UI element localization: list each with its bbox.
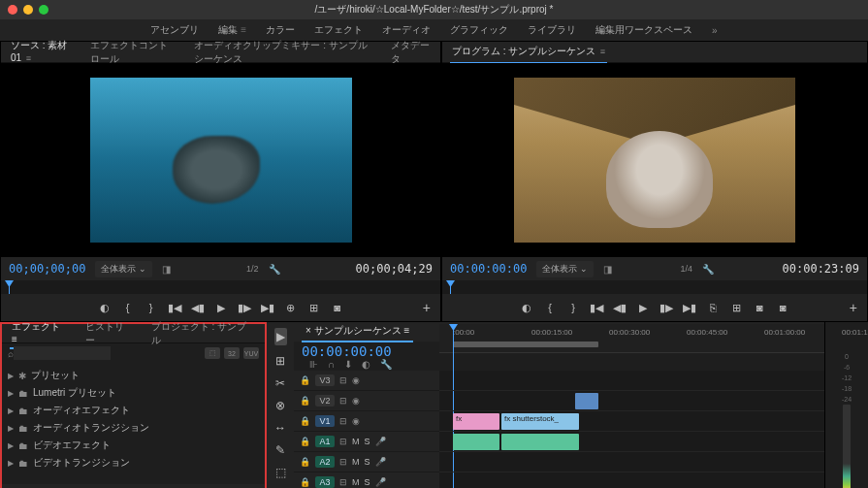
timeline-tracks[interactable]: :00:00 00:00:15:00 00:00:30:00 00:00:45:… [439, 371, 824, 488]
tab-project[interactable]: プロジェクト : サンプル [149, 317, 257, 350]
export-frame-icon[interactable]: ◙ [753, 302, 766, 313]
track-a3[interactable]: 🔒A3⊟MS🎤 [294, 472, 439, 488]
step-back-icon[interactable]: ◀▮ [191, 302, 205, 314]
step-back-icon[interactable]: ◀▮ [613, 302, 627, 314]
goto-in-icon[interactable]: ▮◀ [168, 302, 181, 314]
track-a2[interactable]: 🔒A2⊟MS🎤 [294, 452, 439, 472]
source-out-timecode[interactable]: 00;00;04;29 [356, 262, 433, 276]
time-ruler[interactable]: :00:00 00:00:15:00 00:00:30:00 00:00:45:… [439, 324, 824, 353]
goto-in-icon[interactable]: ▮◀ [590, 302, 603, 314]
toggle-output-icon[interactable]: ⊟ [339, 375, 347, 385]
clip-v1-pink[interactable]: fx [453, 413, 499, 430]
lock-icon[interactable]: 🔒 [300, 437, 310, 446]
track-select-tool[interactable]: ⊞ [275, 354, 285, 368]
settings-icon[interactable]: 🔧 [702, 264, 714, 275]
ws-graphics[interactable]: グラフィック [450, 23, 508, 37]
tab-history[interactable]: ヒストリー [83, 317, 136, 350]
tree-item-presets[interactable]: ▶✱プリセット [8, 367, 259, 384]
mic-icon[interactable]: 🎤 [375, 437, 386, 446]
insert-icon[interactable]: ⊕ [284, 302, 298, 314]
zoom-lock-icon[interactable]: ◨ [162, 264, 171, 275]
clip-a1-2[interactable] [501, 434, 579, 450]
lock-icon[interactable]: 🔒 [300, 477, 310, 487]
timeline-timecode[interactable]: 00:00:00:00 [302, 343, 400, 359]
button-editor-icon[interactable]: + [850, 300, 857, 315]
program-resolution[interactable]: 1/4 [681, 264, 693, 274]
ws-editws[interactable]: 編集用ワークスペース [595, 23, 692, 37]
slip-tool[interactable]: ↔ [274, 421, 286, 435]
source-playhead[interactable] [9, 280, 10, 294]
button-editor-icon[interactable]: + [423, 300, 431, 315]
hand-tool[interactable]: ⬚ [275, 466, 286, 479]
mic-icon[interactable]: 🎤 [375, 457, 386, 467]
goto-out-icon[interactable]: ▶▮ [261, 302, 274, 314]
marker-icon[interactable]: ◐ [520, 302, 533, 314]
lock-icon[interactable]: 🔒 [300, 416, 310, 426]
panel-menu-icon[interactable]: ≡ [597, 47, 605, 56]
tree-item-audio-trans[interactable]: ▶🖿オーディオトランジション [8, 419, 259, 437]
mark-out-icon[interactable]: } [145, 302, 158, 313]
toggle-output-icon[interactable]: ⊟ [339, 437, 347, 446]
program-preview[interactable] [442, 63, 867, 257]
mark-in-icon[interactable]: { [121, 302, 135, 313]
track-v2[interactable]: 🔒V2⊟◉ [294, 391, 439, 411]
source-in-timecode[interactable]: 00;00;00;00 [9, 262, 85, 276]
tree-item-video-trans[interactable]: ▶🖿ビデオトランジション [8, 454, 259, 472]
mark-in-icon[interactable]: { [543, 302, 557, 313]
program-scrubber[interactable] [442, 280, 867, 294]
mark-out-icon[interactable]: } [566, 302, 580, 313]
program-out-timecode[interactable]: 00:00:23:09 [783, 262, 859, 276]
toggle-output-icon[interactable]: ⊟ [339, 416, 347, 426]
ws-library[interactable]: ライブラリ [528, 23, 576, 37]
source-resolution[interactable]: 1/2 [246, 264, 259, 274]
export-frame-icon[interactable]: ◙ [331, 302, 344, 313]
marker-icon[interactable]: ◐ [98, 302, 112, 314]
yuv-badge[interactable]: YUV [243, 347, 259, 359]
overwrite-icon[interactable]: ⊞ [307, 302, 321, 314]
toggle-output-icon[interactable]: ⊟ [339, 457, 347, 467]
clip-v2[interactable] [575, 393, 598, 409]
track-a1[interactable]: 🔒A1⊟MS🎤 [294, 432, 439, 452]
32bit-badge[interactable]: 32 [224, 347, 240, 359]
tree-item-audio-fx[interactable]: ▶🖿オーディオエフェクト [8, 402, 259, 419]
tree-item-lumetri[interactable]: ▶🖿Lumetri プリセット [8, 384, 259, 402]
step-fwd-icon[interactable]: ▮▶ [659, 302, 673, 314]
ripple-tool[interactable]: ✂ [275, 376, 285, 390]
comparison-icon[interactable]: ◙ [776, 302, 789, 313]
tab-program[interactable]: プログラム : サンプルシーケンス ≡ [450, 41, 607, 64]
eye-icon[interactable]: ◉ [352, 416, 360, 426]
lock-icon[interactable]: 🔒 [300, 396, 310, 406]
extract-icon[interactable]: ⊞ [729, 302, 743, 314]
ws-overflow-icon[interactable]: » [712, 25, 718, 36]
source-preview[interactable] [1, 63, 440, 257]
clip-a1-1[interactable] [453, 434, 499, 450]
eye-icon[interactable]: ◉ [352, 375, 360, 385]
track-v1[interactable]: 🔒V1⊟◉ [294, 411, 439, 432]
settings-icon[interactable]: 🔧 [269, 264, 280, 275]
selection-tool[interactable]: ▶ [274, 328, 287, 345]
lock-icon[interactable]: 🔒 [300, 457, 310, 467]
mic-icon[interactable]: 🎤 [375, 477, 386, 487]
razor-tool[interactable]: ⊗ [275, 399, 285, 412]
program-zoom-select[interactable]: 全体表示 ⌄ [536, 261, 594, 277]
work-area-bar[interactable] [453, 342, 598, 347]
eye-icon[interactable]: ◉ [352, 396, 360, 406]
timeline-tab[interactable]: × サンプルシーケンス ≡ [302, 321, 413, 342]
toggle-output-icon[interactable]: ⊟ [339, 396, 347, 406]
tab-effects[interactable]: エフェクト ≡ [10, 317, 70, 349]
play-icon[interactable]: ▶ [214, 302, 228, 314]
goto-out-icon[interactable]: ▶▮ [683, 302, 696, 314]
lift-icon[interactable]: ⎘ [706, 302, 720, 313]
accel-badge[interactable]: ⬚ [205, 347, 220, 359]
panel-menu-icon[interactable]: ≡ [23, 53, 31, 63]
clip-v1-blue[interactable]: fx shutterstock_ [501, 413, 579, 430]
zoom-lock-icon[interactable]: ◨ [603, 264, 612, 275]
tree-item-video-fx[interactable]: ▶🖿ビデオエフェクト [8, 437, 259, 454]
pen-tool[interactable]: ✎ [275, 443, 285, 457]
toggle-output-icon[interactable]: ⊟ [339, 477, 347, 487]
effects-search-input[interactable] [14, 346, 111, 360]
lock-icon[interactable]: 🔒 [300, 375, 310, 385]
track-v3[interactable]: 🔒V3⊟◉ [294, 371, 439, 391]
source-zoom-select[interactable]: 全体表示 ⌄ [95, 261, 152, 277]
play-icon[interactable]: ▶ [636, 302, 650, 314]
